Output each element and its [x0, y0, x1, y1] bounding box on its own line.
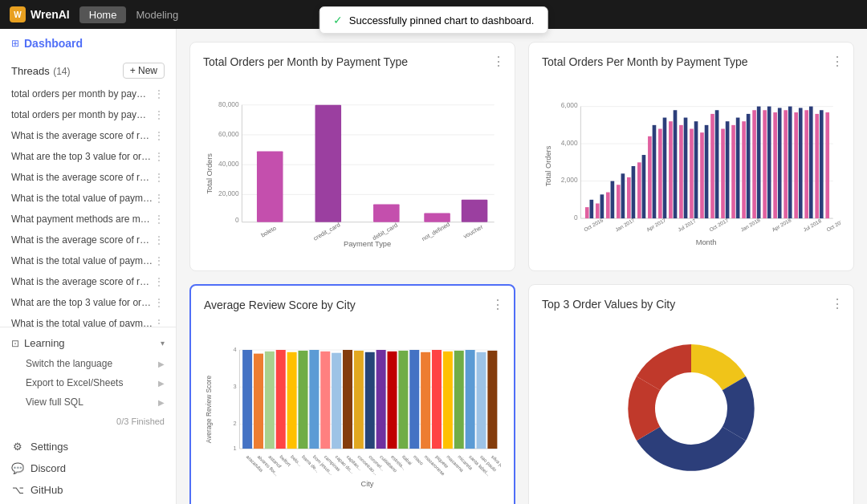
svg-rect-50: [674, 110, 678, 218]
thread-menu-icon[interactable]: ⋮: [153, 213, 165, 226]
svg-rect-44: [642, 155, 646, 218]
svg-rect-35: [596, 204, 600, 219]
svg-rect-34: [590, 200, 594, 218]
learning-item-language[interactable]: Switch the language ▶: [0, 354, 176, 373]
home-nav-button[interactable]: Home: [79, 6, 127, 23]
github-link[interactable]: ⌥ GitHub: [0, 479, 176, 501]
sidebar: ⊞ Dashboard Threads (14) + New total ord…: [0, 29, 177, 504]
svg-text:boleto: boleto: [259, 225, 277, 239]
svg-rect-117: [432, 350, 442, 449]
finished-badge: 0/3 Finished: [0, 415, 176, 428]
thread-menu-icon[interactable]: ⋮: [153, 108, 165, 121]
thread-text: What is the total value of payment...: [11, 318, 153, 327]
chart-2-menu-icon[interactable]: ⋮: [831, 54, 844, 69]
svg-text:0: 0: [574, 213, 578, 222]
svg-rect-40: [621, 173, 625, 218]
threads-label-group: Threads (14): [11, 63, 71, 78]
svg-text:Apr 2017: Apr 2017: [645, 217, 667, 233]
thread-text: What are the top 3 value for order...: [11, 151, 153, 162]
svg-text:not_defined: not_defined: [421, 221, 451, 242]
svg-rect-39: [617, 185, 621, 218]
thread-item[interactable]: What is the total value of payment... ⋮: [0, 313, 176, 327]
svg-rect-37: [606, 193, 610, 219]
logo: W WrenAI: [10, 6, 70, 22]
svg-text:Jan 2018: Jan 2018: [739, 217, 761, 233]
new-thread-button[interactable]: + New: [123, 63, 165, 79]
svg-text:Oct 2018: Oct 2018: [825, 217, 841, 232]
thread-item[interactable]: What payment methods are most ... ⋮: [0, 209, 176, 230]
svg-text:20,000: 20,000: [218, 189, 239, 197]
svg-text:Total Orders: Total Orders: [206, 153, 214, 194]
thread-item[interactable]: What are the top 3 value for order... ⋮: [0, 146, 176, 167]
thread-item[interactable]: What is the average score of revie... ⋮: [0, 271, 176, 292]
learning-item-sql[interactable]: View full SQL ▶: [0, 392, 176, 412]
svg-rect-55: [700, 132, 704, 218]
svg-text:Jan 2017: Jan 2017: [614, 217, 636, 233]
svg-rect-67: [763, 110, 767, 218]
thread-menu-icon[interactable]: ⋮: [153, 296, 165, 309]
thread-menu-icon[interactable]: ⋮: [153, 87, 165, 100]
thread-menu-icon[interactable]: ⋮: [153, 150, 165, 163]
svg-rect-61: [731, 125, 735, 218]
threads-count: (14): [53, 66, 70, 77]
svg-text:City: City: [361, 480, 374, 488]
thread-menu-icon[interactable]: ⋮: [153, 129, 165, 142]
svg-rect-38: [611, 181, 615, 219]
chevron-down-icon: ▾: [161, 339, 165, 348]
chart-1-menu-icon[interactable]: ⋮: [492, 54, 505, 69]
chart-3-menu-icon[interactable]: ⋮: [491, 297, 504, 312]
svg-text:0: 0: [235, 216, 239, 224]
thread-text: total orders per month by paymen...: [11, 88, 153, 100]
arrow-right-icon: ▶: [158, 360, 165, 368]
learning-item-export[interactable]: Export to Excel/Sheets ▶: [0, 373, 176, 392]
thread-item[interactable]: total orders per month by paymen... ⋮: [0, 104, 176, 125]
thread-item[interactable]: What are the top 3 value for order... ⋮: [0, 292, 176, 313]
svg-rect-43: [637, 162, 641, 218]
discord-link[interactable]: 💬 Discord: [0, 457, 176, 479]
thread-menu-icon[interactable]: ⋮: [153, 254, 165, 267]
chart-card-3: Average Review Score by City ⋮ Average R…: [189, 284, 515, 504]
thread-menu-icon[interactable]: ⋮: [153, 275, 165, 288]
svg-rect-68: [767, 107, 771, 219]
thread-item[interactable]: What is the total value of payment... ⋮: [0, 250, 176, 271]
svg-rect-13: [315, 105, 342, 222]
svg-rect-111: [365, 352, 375, 449]
svg-rect-72: [788, 107, 792, 219]
thread-menu-icon[interactable]: ⋮: [153, 171, 165, 184]
svg-rect-62: [736, 118, 740, 219]
svg-rect-105: [298, 351, 307, 449]
svg-rect-57: [710, 114, 714, 218]
svg-text:Oct 2017: Oct 2017: [708, 217, 730, 232]
learning-items: Switch the language ▶ Export to Excel/Sh…: [0, 354, 176, 415]
success-icon: ✓: [333, 14, 343, 26]
svg-rect-113: [387, 352, 397, 449]
chart-card-4: Top 3 Order Values by City ⋮: [528, 284, 854, 504]
settings-link[interactable]: ⚙ Settings: [0, 436, 176, 457]
thread-menu-icon[interactable]: ⋮: [153, 234, 165, 246]
chart-4-menu-icon[interactable]: ⋮: [831, 296, 844, 311]
modeling-nav-link[interactable]: Modeling: [136, 9, 178, 21]
thread-menu-icon[interactable]: ⋮: [153, 192, 165, 205]
main-content: Total Orders per Month by Payment Type ⋮…: [177, 29, 867, 504]
svg-rect-48: [663, 118, 667, 219]
svg-text:debit_card: debit_card: [371, 222, 399, 242]
thread-item[interactable]: What is the average score of revie... ⋮: [0, 167, 176, 188]
learning-header[interactable]: ⊡ Learning ▾: [0, 332, 176, 354]
svg-rect-46: [653, 125, 657, 218]
svg-rect-116: [421, 352, 430, 449]
svg-rect-42: [632, 166, 636, 218]
svg-rect-122: [487, 351, 497, 449]
svg-rect-53: [690, 129, 694, 219]
threads-header: Threads (14) + New: [0, 58, 176, 83]
thread-item[interactable]: What is the total value of payment... ⋮: [0, 188, 176, 209]
thread-item[interactable]: What is the average score of revie... ⋮: [0, 125, 176, 146]
svg-rect-104: [287, 352, 297, 449]
thread-menu-icon[interactable]: ⋮: [153, 317, 165, 327]
toast-message: Successfully pinned chart to dashboard.: [349, 14, 535, 26]
svg-rect-102: [265, 352, 275, 449]
svg-text:3: 3: [234, 383, 237, 390]
chart-1-svg: Total Orders 80,000 60,000 40,000 20,000…: [203, 78, 502, 254]
thread-item[interactable]: What is the average score of revie... ⋮: [0, 230, 176, 250]
thread-item[interactable]: total orders per month by paymen... ⋮: [0, 83, 176, 104]
chart-card-1: Total Orders per Month by Payment Type ⋮…: [189, 42, 515, 271]
